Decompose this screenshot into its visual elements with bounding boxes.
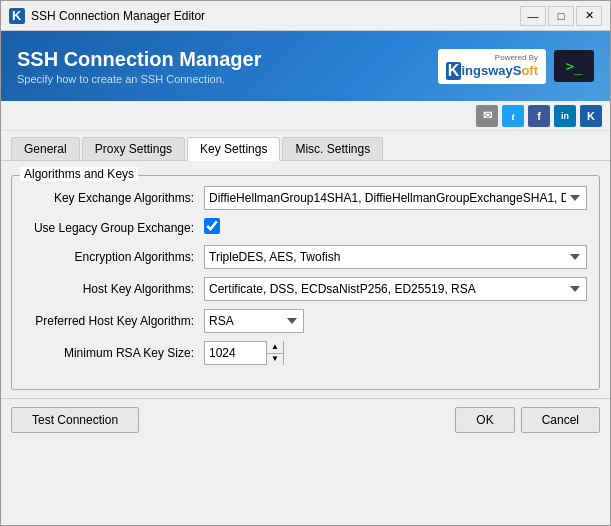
min-rsa-key-size-control: ▲ ▼ xyxy=(204,341,587,365)
app-icon: K xyxy=(9,8,25,24)
kingsway-social-icon[interactable]: K xyxy=(580,105,602,127)
min-rsa-key-size-row: Minimum RSA Key Size: ▲ ▼ xyxy=(24,341,587,365)
app-subtitle: Specify how to create an SSH Connection. xyxy=(17,73,438,85)
legacy-group-control xyxy=(204,218,587,237)
host-key-control: Certificate, DSS, ECDsaNistP256, ED25519… xyxy=(204,277,587,301)
group-box-title: Algorithms and Keys xyxy=(20,167,138,181)
bottom-bar: Test Connection OK Cancel xyxy=(1,398,610,441)
logo-text: K ingswaySoft xyxy=(446,62,538,80)
preferred-host-key-row: Preferred Host Key Algorithm: RSA xyxy=(24,309,587,333)
min-rsa-key-size-label: Minimum RSA Key Size: xyxy=(24,346,204,360)
legacy-group-checkbox[interactable] xyxy=(204,218,220,234)
powered-by-text: Powered By xyxy=(495,53,538,62)
window-title: SSH Connection Manager Editor xyxy=(31,9,520,23)
legacy-group-label: Use Legacy Group Exchange: xyxy=(24,221,204,235)
encryption-row: Encryption Algorithms: TripleDES, AES, T… xyxy=(24,245,587,269)
tab-general[interactable]: General xyxy=(11,137,80,160)
encryption-label: Encryption Algorithms: xyxy=(24,250,204,264)
header-text: SSH Connection Manager Specify how to cr… xyxy=(17,48,438,85)
maximize-button[interactable]: □ xyxy=(548,6,574,26)
encryption-control: TripleDES, AES, Twofish xyxy=(204,245,587,269)
app-title: SSH Connection Manager xyxy=(17,48,438,71)
twitter-icon[interactable]: t xyxy=(502,105,524,127)
preferred-host-key-label: Preferred Host Key Algorithm: xyxy=(24,314,204,328)
rsa-key-size-spinner: ▲ ▼ xyxy=(204,341,284,365)
tab-misc-settings[interactable]: Misc. Settings xyxy=(282,137,383,160)
email-icon[interactable]: ✉ xyxy=(476,105,498,127)
k-letter: K xyxy=(446,62,462,80)
ok-button[interactable]: OK xyxy=(455,407,514,433)
key-exchange-select[interactable]: DiffieHellmanGroup14SHA1, DiffieHellmanG… xyxy=(204,186,587,210)
key-exchange-label: Key Exchange Algorithms: xyxy=(24,191,204,205)
key-exchange-row: Key Exchange Algorithms: DiffieHellmanGr… xyxy=(24,186,587,210)
svg-text:K: K xyxy=(12,8,22,23)
spinner-down-button[interactable]: ▼ xyxy=(267,354,283,366)
close-button[interactable]: ✕ xyxy=(576,6,602,26)
tab-key-settings[interactable]: Key Settings xyxy=(187,137,280,161)
legacy-group-row: Use Legacy Group Exchange: xyxy=(24,218,587,237)
tab-proxy-settings[interactable]: Proxy Settings xyxy=(82,137,185,160)
cancel-button[interactable]: Cancel xyxy=(521,407,600,433)
tab-bar: General Proxy Settings Key Settings Misc… xyxy=(1,131,610,161)
social-bar: ✉ t f in K xyxy=(1,101,610,131)
header-banner: SSH Connection Manager Specify how to cr… xyxy=(1,31,610,101)
content-area: Algorithms and Keys Key Exchange Algorit… xyxy=(1,161,610,398)
host-key-row: Host Key Algorithms: Certificate, DSS, E… xyxy=(24,277,587,301)
terminal-icon: >_ xyxy=(554,50,594,82)
encryption-select[interactable]: TripleDES, AES, Twofish xyxy=(204,245,587,269)
host-key-label: Host Key Algorithms: xyxy=(24,282,204,296)
ingsway-text: ingswayS xyxy=(461,63,521,78)
oft-text: oft xyxy=(521,63,538,78)
linkedin-icon[interactable]: in xyxy=(554,105,576,127)
test-connection-button[interactable]: Test Connection xyxy=(11,407,139,433)
minimize-button[interactable]: — xyxy=(520,6,546,26)
preferred-host-key-control: RSA xyxy=(204,309,587,333)
rsa-key-size-input[interactable] xyxy=(205,342,266,364)
spinner-buttons: ▲ ▼ xyxy=(266,341,283,365)
preferred-host-key-select[interactable]: RSA xyxy=(204,309,304,333)
bottom-right-buttons: OK Cancel xyxy=(455,407,600,433)
host-key-select[interactable]: Certificate, DSS, ECDsaNistP256, ED25519… xyxy=(204,277,587,301)
window-controls: — □ ✕ xyxy=(520,6,602,26)
title-bar: K SSH Connection Manager Editor — □ ✕ xyxy=(1,1,610,31)
powered-by-box: Powered By K ingswaySoft xyxy=(438,49,546,84)
algorithms-group-box: Algorithms and Keys Key Exchange Algorit… xyxy=(11,175,600,390)
spinner-up-button[interactable]: ▲ xyxy=(267,341,283,354)
key-exchange-control: DiffieHellmanGroup14SHA1, DiffieHellmanG… xyxy=(204,186,587,210)
facebook-icon[interactable]: f xyxy=(528,105,550,127)
header-logo: Powered By K ingswaySoft >_ xyxy=(438,49,594,84)
